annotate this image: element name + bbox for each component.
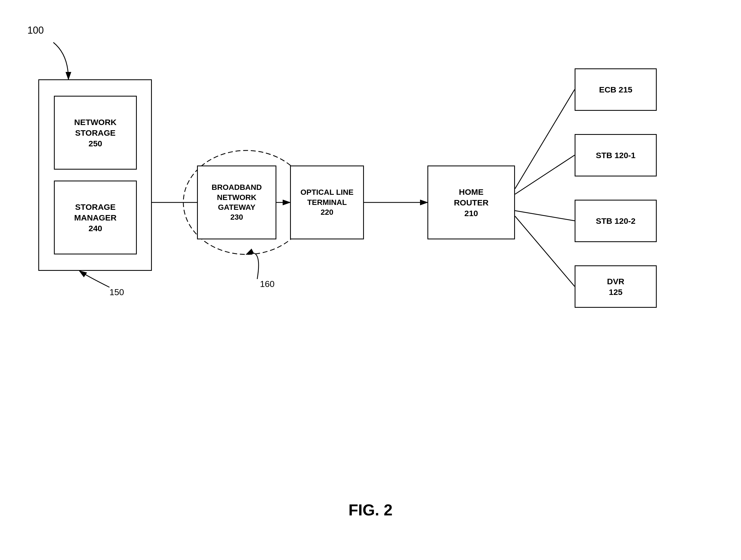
ref-150-label: 150 [110, 287, 124, 297]
storage-manager-box: STORAGEMANAGER240 [54, 181, 137, 255]
storage-manager-label: STORAGEMANAGER240 [74, 202, 117, 234]
dvr-box: DVR125 [575, 265, 657, 308]
olt-label: OPTICAL LINETERMINAL220 [300, 188, 353, 217]
diagram-container: 100 [0, 0, 741, 560]
svg-line-8 [515, 155, 575, 194]
network-storage-label: NETWORKSTORAGE250 [74, 117, 117, 149]
bng-label: BROADBANDNETWORKGATEWAY230 [211, 183, 262, 222]
bng-box: BROADBANDNETWORKGATEWAY230 [197, 165, 276, 239]
svg-line-10 [515, 216, 575, 286]
stb2-box: STB 120-2 [575, 200, 657, 242]
svg-line-9 [515, 211, 575, 221]
ref-160-label: 160 [260, 279, 274, 289]
stb1-label: STB 120-1 [596, 150, 635, 160]
ecb-label: ECB 215 [599, 84, 632, 95]
home-router-label: HOMEROUTER210 [454, 187, 489, 219]
stb2-label: STB 120-2 [596, 216, 635, 226]
stb1-box: STB 120-1 [575, 134, 657, 177]
network-storage-box: NETWORKSTORAGE250 [54, 96, 137, 169]
olt-box: OPTICAL LINETERMINAL220 [290, 165, 364, 239]
figure-label: FIG. 2 [348, 501, 392, 519]
ref-100-label: 100 [27, 25, 44, 36]
svg-line-7 [515, 89, 575, 189]
home-router-box: HOMEROUTER210 [427, 165, 515, 239]
ecb-box: ECB 215 [575, 68, 657, 111]
dvr-label: DVR125 [607, 276, 624, 297]
